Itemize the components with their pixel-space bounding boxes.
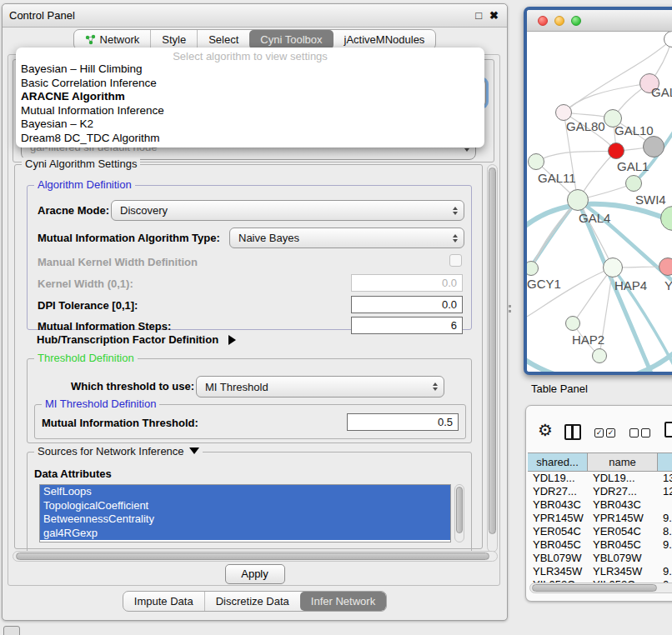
tab-cyni-toolbox[interactable]: Cyni Toolbox [249, 30, 333, 49]
tab-impute-data[interactable]: Impute Data [123, 592, 204, 611]
mi-type-label: Mutual Information Algorithm Type: [38, 232, 220, 244]
table-row[interactable]: YER054CYER054C8. [528, 525, 672, 538]
new-column-icon[interactable] [664, 422, 672, 438]
select-columns-icon[interactable]: ✓ ✓ [594, 428, 615, 438]
tab-infer-network[interactable]: Infer Network [300, 592, 386, 611]
attribute-item-gal4rgexp[interactable]: gal4RGexp [40, 527, 450, 541]
scrollbar-thumb[interactable] [532, 584, 657, 592]
mac-minimize-button[interactable] [554, 16, 564, 26]
mi-threshold-label: Mutual Information Threshold: [42, 417, 198, 429]
close-window-icon[interactable]: ✖ [489, 9, 499, 22]
network-node-gal11[interactable] [528, 153, 544, 170]
table-cell: 8. [658, 525, 672, 538]
aracne-mode-combo[interactable]: Discovery [111, 200, 464, 221]
network-node[interactable] [592, 348, 607, 363]
attribute-item-topologicalcoefficient[interactable]: TopologicalCoefficient [40, 499, 450, 513]
manual-kernel-checkbox[interactable] [449, 254, 462, 267]
table-cell: YER054C [588, 525, 658, 538]
column-header-shared[interactable]: shared... [528, 453, 588, 471]
table-row[interactable]: YBR045CYBR045C9. [528, 538, 672, 552]
attribute-item-selfloops[interactable]: SelfLoops [40, 485, 450, 499]
algorithm-option-bayesian-k2[interactable]: Bayesian – K2 [16, 118, 484, 132]
table-body: YDL19...YDL19...13YDR27...YDR27...12YBR0… [528, 472, 672, 592]
network-node-hap2[interactable] [565, 316, 580, 331]
tab-jactivemnodules[interactable]: jActiveMNodules [333, 30, 436, 49]
settings-horizontal-scrollbar[interactable] [13, 551, 498, 562]
kernel-width-field[interactable]: 0.0 [351, 274, 463, 292]
which-threshold-combo[interactable]: MI Threshold [196, 376, 444, 398]
tab-select[interactable]: Select [197, 30, 249, 49]
table-row[interactable]: YBL079WYBL079W [528, 552, 672, 565]
minimized-panel-button[interactable] [3, 626, 20, 635]
apply-button[interactable]: Apply [225, 564, 285, 584]
combo-stepper-icon [453, 234, 458, 242]
network-node[interactable] [643, 136, 664, 158]
network-node-y[interactable] [659, 258, 672, 276]
columns-layout-icon[interactable] [564, 424, 581, 440]
attribute-item-betweennesscentrality[interactable]: BetweennessCentrality [40, 512, 450, 527]
algorithm-definition-title: Algorithm Definition [34, 178, 135, 191]
mac-zoom-button[interactable] [571, 16, 581, 26]
node-label-y: Y [664, 278, 672, 292]
algorithm-option-mutual-information-inference[interactable]: Mutual Information Inference [16, 104, 484, 118]
scrollbar-thumb[interactable] [16, 552, 489, 560]
table-row[interactable]: YPR145WYPR145W9. [528, 512, 672, 525]
scrollbar-thumb[interactable] [489, 168, 496, 534]
which-threshold-value: MI Threshold [205, 381, 268, 393]
settings-vertical-scrollbar[interactable] [487, 164, 498, 552]
manual-kernel-label: Manual Kernel Width Definition [38, 256, 198, 268]
table-cell: YLR345W [528, 565, 588, 578]
algorithm-option-basic-correlation-inference[interactable]: Basic Correlation Inference [16, 77, 484, 91]
bottom-tabs: Impute DataDiscretize DataInfer Network [123, 591, 387, 612]
mi-type-value: Naive Bayes [238, 232, 299, 244]
table-cell: YDR27... [588, 485, 658, 498]
deselect-columns-icon[interactable] [629, 428, 650, 438]
table-cell: YBR043C [588, 498, 658, 512]
algorithm-option-dream8-dc-tdc-algorithm[interactable]: Dream8 DC_TDC Algorithm [16, 132, 484, 146]
tab-discretize-data[interactable]: Discretize Data [204, 592, 300, 611]
table-cell: YDR27... [528, 485, 588, 498]
network-icon [85, 34, 96, 45]
mi-threshold-group-title: MI Threshold Definition [42, 398, 159, 410]
table-cell: YDL19... [588, 472, 658, 485]
table-row[interactable]: YDR27...YDR27...12 [528, 485, 672, 498]
expand-right-icon [228, 335, 236, 345]
attributes-list-scrollbar[interactable] [454, 484, 464, 542]
mac-close-button[interactable] [538, 16, 548, 26]
network-node-hap4[interactable] [603, 258, 623, 278]
column-header-a[interactable]: A [658, 453, 672, 471]
node-label-gal11: GAL11 [538, 171, 576, 185]
network-node-gal80[interactable] [555, 104, 572, 121]
network-view-window: GALGAL80GAL10GAL1GAL11SWI4GAL4GCY1HAP4YH… [524, 7, 672, 375]
gear-icon[interactable]: ⚙ [538, 420, 553, 440]
scrollbar-thumb[interactable] [456, 487, 463, 533]
sources-title[interactable]: Sources for Network Inference [34, 445, 203, 458]
kernel-width-label: Kernel Width (0,1): [38, 278, 133, 290]
column-header-name[interactable]: name [588, 453, 658, 471]
table-cell: YPR145W [528, 512, 588, 525]
algorithm-option-aracne-algorithm[interactable]: ARACNE Algorithm [16, 90, 484, 104]
control-panel-titlebar[interactable]: Control Panel □ ✖ [3, 4, 507, 28]
table-horizontal-scrollbar[interactable] [529, 582, 672, 593]
network-node-swi4[interactable] [625, 175, 642, 192]
table-row[interactable]: YDL19...YDL19...13 [528, 472, 672, 485]
network-node-gal4[interactable] [567, 189, 589, 211]
float-window-icon[interactable]: □ [475, 9, 482, 22]
mi-steps-field[interactable]: 6 [351, 317, 463, 334]
panel-splitter-grip[interactable] [508, 305, 512, 315]
algorithm-option-bayesian-hill-climbing[interactable]: Bayesian – Hill Climbing [16, 62, 484, 77]
hub-definition-toggle[interactable]: Hub/Transcription Factor Definition [37, 333, 236, 346]
tab-network[interactable]: Network [74, 30, 151, 49]
network-canvas[interactable]: GALGAL80GAL10GAL1GAL11SWI4GAL4GCY1HAP4YH… [527, 32, 672, 372]
data-attributes-list[interactable]: SelfLoopsTopologicalCoefficientBetweenne… [39, 484, 451, 542]
table-row[interactable]: YBR043CYBR043C [528, 498, 672, 512]
tab-style[interactable]: Style [150, 30, 197, 49]
network-node-gal1[interactable] [608, 142, 624, 159]
mi-type-combo[interactable]: Naive Bayes [229, 228, 464, 248]
table-row[interactable]: YLR345WYLR345W9. [528, 565, 672, 578]
mi-threshold-field[interactable]: 0.5 [347, 413, 459, 431]
tab-label: Network [100, 33, 140, 46]
dpi-tolerance-field[interactable]: 0.0 [351, 296, 463, 313]
network-window-titlebar[interactable] [527, 10, 672, 32]
checked-box-icon: ✓ [594, 428, 604, 438]
